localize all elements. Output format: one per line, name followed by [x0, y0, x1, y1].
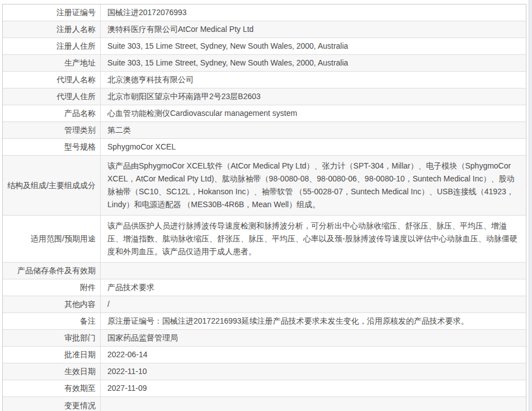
row-label: 有效期至 — [3, 380, 101, 396]
row-value: Suite 303, 15 Lime Street, Sydney, New S… — [101, 55, 526, 71]
row-value: 产品技术要求 — [101, 279, 526, 296]
row-value: 2022-06-14 — [101, 347, 526, 363]
row-label: 备注 — [3, 313, 101, 329]
row-label: 生产地址 — [3, 55, 101, 71]
row-label: 适用范围/预期用途 — [3, 216, 101, 262]
table-row-model-spec: 型号规格 SphygmoCor XCEL — [3, 139, 526, 156]
table-row-other-content: 其他内容 / — [3, 296, 526, 313]
row-value: Suite 303, 15 Lime Street, Sydney, New S… — [101, 38, 526, 54]
row-label: 产品储存条件及有效期 — [3, 263, 101, 279]
table-row-agent-address: 代理人住所 北京市朝阳区望京中环南路甲2号23层B2603 — [3, 88, 526, 105]
row-value: 北京市朝阳区望京中环南路甲2号23层B2603 — [101, 88, 526, 105]
row-value: 澳特科医疗有限公司AtCor Medical Pty Ltd — [101, 21, 526, 38]
row-label: 代理人住所 — [3, 88, 101, 105]
row-label: 管理类别 — [3, 122, 101, 138]
table-row-intended-use: 适用范围/预期用途 该产品供医护人员进行脉搏波传导速度检测和脉搏波分析，可分析出… — [3, 216, 526, 263]
row-value: 心血管功能检测仪Cardiovascular management system — [101, 105, 526, 122]
row-value: SphygmoCor XCEL — [101, 139, 526, 155]
row-label: 附件 — [3, 279, 101, 296]
row-value: 第二类 — [101, 122, 526, 138]
table-row-expiry-date: 有效期至 2027-11-09 — [3, 380, 526, 397]
table-row-approval-department: 审批部门 国家药品监督管理局 — [3, 330, 526, 347]
table-row-attachments: 附件 产品技术要求 — [3, 279, 526, 296]
table-row-certificate-number: 注册证编号 国械注进20172076993 — [3, 4, 526, 21]
row-value: / — [101, 296, 526, 312]
row-label: 审批部门 — [3, 330, 101, 346]
row-label: 注册证编号 — [3, 4, 101, 21]
table-row-change-status: 变更情况 — [3, 397, 526, 411]
row-label: 注册人住所 — [3, 38, 101, 54]
table-row-approval-date: 批准日期 2022-06-14 — [3, 347, 526, 363]
row-label: 结构及组成/主要组成成分 — [3, 156, 101, 215]
row-label: 变更情况 — [3, 397, 101, 411]
table-row-product-name: 产品名称 心血管功能检测仪Cardiovascular management s… — [3, 105, 526, 122]
table-row-agent-name: 代理人名称 北京澳德亨科技有限公司 — [3, 72, 526, 88]
row-value: 北京澳德亨科技有限公司 — [101, 72, 526, 88]
row-label: 产品名称 — [3, 105, 101, 122]
table-row-registrant-address: 注册人住所 Suite 303, 15 Lime Street, Sydney,… — [3, 38, 526, 55]
row-value: 2022-11-10 — [101, 363, 526, 380]
row-value: 2027-11-09 — [101, 380, 526, 396]
row-label: 注册人名称 — [3, 21, 101, 38]
table-row-storage-conditions: 产品储存条件及有效期 — [3, 263, 526, 279]
row-value — [101, 263, 526, 279]
table-row-composition: 结构及组成/主要组成成分 该产品由SphygmoCor XCEL软件（AtCor… — [3, 156, 526, 216]
table-row-registrant-name: 注册人名称 澳特科医疗有限公司AtCor Medical Pty Ltd — [3, 21, 526, 38]
registration-info-table: 注册证编号 国械注进20172076993 注册人名称 澳特科医疗有限公司AtC… — [2, 4, 526, 411]
row-value: 国械注进20172076993 — [101, 4, 526, 21]
table-row-remarks: 备注 原注册证编号：国械注进20172216993延续注册产品技术要求未发生变化… — [3, 313, 526, 330]
row-label: 代理人名称 — [3, 72, 101, 88]
row-value — [101, 397, 526, 411]
row-value: 原注册证编号：国械注进20172216993延续注册产品技术要求未发生变化，沿用… — [101, 313, 526, 329]
row-value: 该产品供医护人员进行脉搏波传导速度检测和脉搏波分析，可分析出中心动脉收缩压、舒张… — [101, 216, 526, 262]
vertical-scrollbar-track[interactable] — [529, 0, 532, 411]
row-label: 其他内容 — [3, 296, 101, 312]
row-label: 生效日期 — [3, 363, 101, 380]
table-row-production-address: 生产地址 Suite 303, 15 Lime Street, Sydney, … — [3, 55, 526, 72]
row-value: 该产品由SphygmoCor XCEL软件（AtCor Medical Pty … — [101, 156, 526, 215]
table-row-effective-date: 生效日期 2022-11-10 — [3, 363, 526, 380]
row-label: 型号规格 — [3, 139, 101, 155]
registration-detail-page: 注册证编号 国械注进20172076993 注册人名称 澳特科医疗有限公司AtC… — [0, 0, 532, 411]
table-row-management-class: 管理类别 第二类 — [3, 122, 526, 139]
row-label: 批准日期 — [3, 347, 101, 363]
row-value: 国家药品监督管理局 — [101, 330, 526, 346]
